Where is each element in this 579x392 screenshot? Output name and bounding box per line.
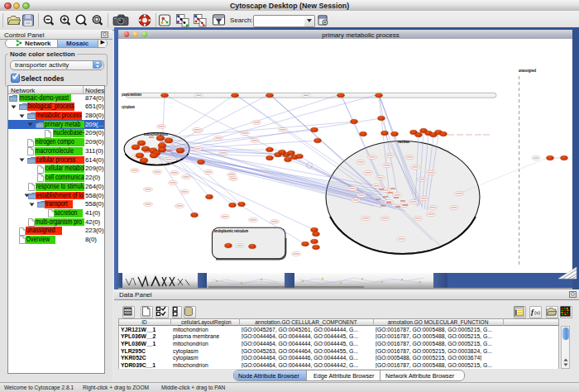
svg-text:nucleus: nucleus <box>398 139 409 144</box>
svg-text:plasma membrane: plasma membrane <box>122 92 141 97</box>
svg-text:unassigned: unassigned <box>519 68 536 73</box>
svg-text:(x): (x) <box>534 310 540 315</box>
svg-text:endoplasmic reticulum: endoplasmic reticulum <box>214 228 248 233</box>
svg-text:mitochondrion: mitochondrion <box>144 131 168 136</box>
svg-text:cytoplasm: cytoplasm <box>122 104 135 109</box>
